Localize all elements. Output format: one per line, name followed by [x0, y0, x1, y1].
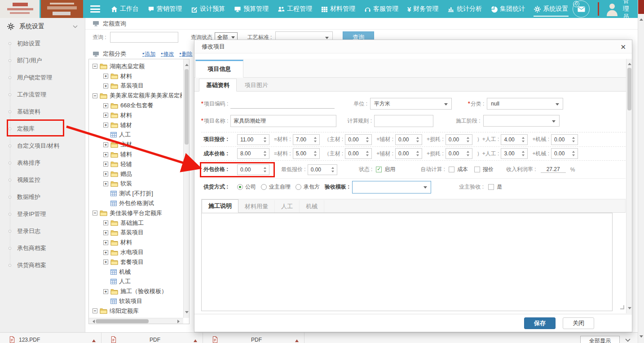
sidebar-item[interactable]: 定额库 — [0, 120, 85, 137]
taskbar-file-item[interactable]: PDF — [203, 333, 304, 343]
tree-node[interactable]: 人工 — [93, 277, 182, 287]
nav-item[interactable]: 客服管理 — [360, 0, 403, 18]
sidebar-item[interactable]: 登录IP管理 — [0, 206, 85, 223]
nav-item[interactable]: 工作台 — [106, 0, 143, 18]
scroll-up-icon[interactable] — [628, 61, 631, 65]
sidebar-item[interactable]: 自定义项目/材料 — [0, 137, 85, 154]
resize-handle-icon[interactable] — [620, 305, 624, 309]
stage-select[interactable] — [483, 115, 560, 127]
sidebar-item[interactable]: 数据维护 — [0, 189, 85, 206]
spinner-buttons[interactable] — [520, 137, 526, 142]
main-material-input[interactable] — [345, 148, 372, 159]
sidebar-item[interactable]: 表格排序 — [0, 154, 85, 172]
status-enabled-option[interactable]: 启用 — [376, 166, 395, 173]
menu-toggle-icon[interactable] — [90, 5, 100, 13]
tree-node[interactable]: − 美佳装修平台定额库 — [93, 208, 182, 218]
machine-input[interactable] — [551, 134, 578, 145]
tree-node[interactable]: + 辅料 — [93, 150, 182, 159]
autocalc-checkbox[interactable]: 报价 — [474, 166, 494, 173]
spinner-buttons[interactable] — [415, 151, 421, 156]
price-input[interactable] — [237, 148, 269, 159]
tree-node[interactable]: + 材料 — [93, 237, 182, 247]
scrollbar-thumb[interactable] — [185, 69, 189, 145]
spinner-buttons[interactable] — [312, 151, 318, 156]
expander-icon[interactable]: + — [103, 162, 108, 167]
spinner-buttons[interactable] — [312, 137, 318, 142]
spinner-buttons[interactable] — [262, 137, 268, 142]
material-input[interactable] — [293, 134, 320, 145]
tree-node[interactable]: + 软装 — [93, 179, 182, 189]
tab-project-images[interactable]: 项目图片 — [238, 79, 275, 91]
tree-node[interactable]: + 水电项目 — [93, 247, 182, 257]
aux-material-input[interactable] — [395, 148, 422, 159]
tree-node[interactable]: + 材料 — [93, 110, 182, 120]
tree-node[interactable]: 外包价格测试 — [93, 198, 182, 208]
expander-icon[interactable]: + — [103, 289, 108, 294]
spinner-buttons[interactable] — [364, 151, 371, 156]
tree-vertical-scrollbar[interactable] — [183, 59, 189, 318]
scroll-up-icon[interactable] — [185, 62, 189, 66]
nav-item[interactable]: 材料管理 — [317, 0, 360, 18]
min-quote-input[interactable] — [308, 164, 337, 175]
aux-material-input[interactable] — [395, 134, 422, 145]
project-name-input[interactable] — [230, 115, 336, 127]
scroll-up-icon[interactable] — [640, 17, 643, 21]
sidebar-item[interactable]: 基础资料 — [0, 103, 85, 120]
tree-node[interactable]: − 绵阳定额库 — [93, 306, 182, 316]
category-select[interactable]: null — [487, 98, 563, 110]
close-icon[interactable]: ✕ — [620, 43, 626, 51]
tree-node[interactable]: + 施工（验收模板） — [93, 286, 182, 296]
expander-icon[interactable]: + — [103, 142, 108, 147]
price-input[interactable] — [237, 134, 269, 145]
spinner-buttons[interactable] — [330, 167, 336, 172]
tree-node[interactable]: + 轻辅 — [93, 159, 182, 169]
spinner-buttons[interactable] — [570, 151, 577, 156]
taskbar-file-item[interactable]: PDF — [101, 333, 203, 343]
main-material-input[interactable] — [345, 134, 372, 145]
nav-item[interactable]: 系统设置 — [529, 0, 573, 18]
nav-item[interactable]: 统计分析 — [443, 0, 486, 18]
tree-node[interactable]: + 套餐项目 — [93, 257, 182, 267]
spinner-buttons[interactable] — [570, 137, 577, 142]
scroll-left-icon[interactable] — [91, 320, 95, 323]
tree-node[interactable]: − 湖南杰皇定额 — [93, 62, 182, 71]
machine-input[interactable] — [551, 148, 578, 159]
tree-action-link[interactable]: 修改 — [161, 50, 174, 58]
sidebar-item[interactable]: 用户锁定管理 — [0, 69, 85, 86]
sidebar-item[interactable]: 承包商档案 — [0, 240, 85, 257]
tab-project-info[interactable]: 项目信息 — [195, 60, 243, 78]
user-menu[interactable]: 管理员 — [605, 0, 632, 21]
project-code-input[interactable] — [230, 99, 335, 109]
loss-input[interactable] — [446, 148, 472, 159]
calc-rule-input[interactable] — [374, 115, 433, 127]
show-all-button[interactable]: 全部显示 — [580, 336, 620, 343]
expander-icon[interactable]: + — [103, 240, 108, 245]
sidebar-item[interactable]: 初始设置 — [0, 35, 85, 52]
desc-tab[interactable]: 材料用量 — [238, 200, 275, 212]
tree-node[interactable]: 软装项目 — [93, 296, 182, 306]
close-button[interactable]: 关闭 — [563, 317, 594, 329]
loss-input[interactable] — [446, 134, 472, 145]
sidebar-header[interactable]: 系统设置 — [0, 18, 85, 35]
expander-icon[interactable]: + — [103, 230, 108, 235]
tree-node[interactable]: − 美美家居定额库美美家居定额库 — [93, 91, 182, 101]
tab-basic-info[interactable]: 基础资料 — [199, 79, 237, 92]
spinner-buttons[interactable] — [520, 151, 526, 156]
scroll-right-icon[interactable] — [177, 320, 181, 323]
tree-node[interactable]: + 辅材 — [93, 120, 182, 130]
expander-icon[interactable]: − — [93, 64, 97, 69]
accept-template-select[interactable] — [352, 181, 431, 193]
spinner-buttons[interactable] — [465, 137, 471, 142]
tree-node[interactable]: + 材料 — [93, 71, 182, 81]
autocalc-checkbox[interactable]: 成本 — [449, 166, 468, 173]
sidebar-item[interactable]: 视频监控 — [0, 172, 85, 189]
expander-icon[interactable]: + — [103, 123, 108, 128]
tree-node[interactable]: + 668全包套餐 — [93, 101, 182, 110]
sidebar-item[interactable]: 部门/用户 — [0, 52, 85, 69]
desc-tab[interactable]: 人工 — [275, 200, 300, 212]
desc-tab[interactable]: 机械 — [300, 200, 324, 212]
spinner-buttons[interactable] — [415, 137, 421, 142]
nav-item[interactable]: 集团统计 — [486, 0, 529, 18]
chevron-down-icon[interactable] — [625, 337, 631, 343]
spinner-buttons[interactable] — [364, 137, 371, 142]
